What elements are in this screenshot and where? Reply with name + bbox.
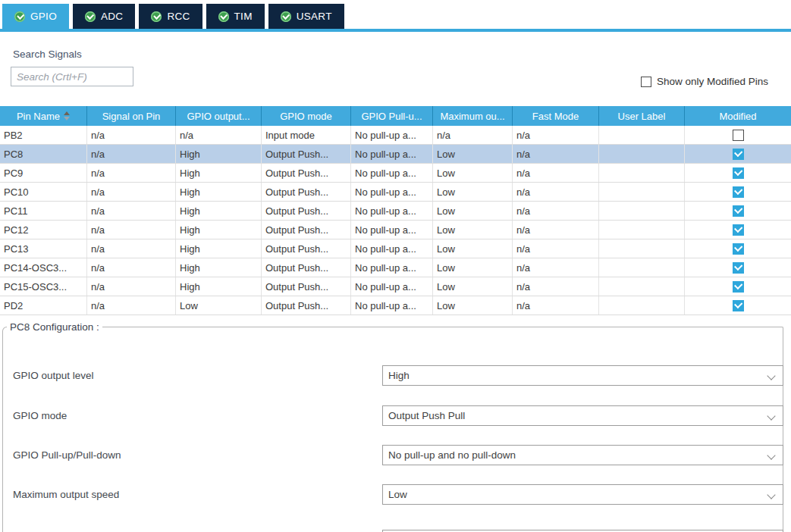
cell-signal: n/a <box>87 277 176 296</box>
cell-gpio-mode: Output Push... <box>262 258 351 277</box>
check-circle-icon <box>281 11 291 22</box>
modified-checkbox[interactable] <box>733 186 744 198</box>
table-row-pd2[interactable]: PD2 n/a Low Output Push... No pull-up a.… <box>0 296 791 315</box>
pc8-configuration-group: PC8 Configuration : GPIO output level Hi… <box>2 321 783 532</box>
show-only-modified-checkbox[interactable]: Show only Modified Pins <box>641 76 768 87</box>
cell-modified <box>685 164 791 182</box>
column-header-gpio-output[interactable]: GPIO output... <box>176 106 262 126</box>
max-output-speed-select[interactable]: Low <box>382 484 783 505</box>
table-row-pc13[interactable]: PC13 n/a High Output Push... No pull-up … <box>0 239 791 258</box>
cell-modified <box>685 202 791 220</box>
cell-pull: No pull-up a... <box>351 126 433 144</box>
tab-adc[interactable]: ADC <box>73 4 135 29</box>
gpio-pull-select[interactable]: No pull-up and no pull-down <box>382 445 783 465</box>
cell-output-level: High <box>176 202 262 220</box>
table-row-pc14[interactable]: PC14-OSC3... n/a High Output Push... No … <box>0 258 791 277</box>
cell-user-label <box>599 126 685 144</box>
cell-speed: n/a <box>433 126 513 144</box>
cell-gpio-mode: Output Push... <box>262 183 351 201</box>
column-header-max-output[interactable]: Maximum ou... <box>433 106 513 126</box>
cell-fast-mode: n/a <box>513 258 599 277</box>
cell-user-label <box>599 202 685 220</box>
column-header-gpio-pull[interactable]: GPIO Pull-u... <box>351 106 433 126</box>
cell-user-label <box>599 296 685 315</box>
field-gpio-output-level: GPIO output level High <box>3 365 783 386</box>
cell-output-level: High <box>176 183 262 201</box>
cell-pin-name: PC15-OSC3... <box>0 277 87 296</box>
select-value: High <box>388 370 410 381</box>
tab-underline <box>0 29 791 32</box>
select-value: Output Push Pull <box>388 410 465 421</box>
modified-checkbox[interactable] <box>733 167 744 179</box>
cell-pull: No pull-up a... <box>351 202 433 220</box>
modified-checkbox[interactable] <box>733 130 744 141</box>
field-gpio-mode: GPIO mode Output Push Pull <box>3 405 783 426</box>
field-gpio-pull: GPIO Pull-up/Pull-down No pull-up and no… <box>3 445 783 465</box>
column-header-pin-name[interactable]: Pin Name <box>0 106 87 126</box>
tab-label: GPIO <box>30 11 57 22</box>
cell-output-level: High <box>176 258 262 277</box>
checkbox-box[interactable] <box>641 77 651 87</box>
chevron-down-icon <box>768 452 775 459</box>
cell-speed: Low <box>433 277 513 296</box>
table-row-pc8[interactable]: PC8 n/a High Output Push... No pull-up a… <box>0 145 791 164</box>
peripheral-tabbar: GPIO ADC RCC TIM USART <box>2 4 344 29</box>
tab-label: TIM <box>234 11 253 22</box>
cell-output-level: High <box>176 145 262 163</box>
tab-label: USART <box>297 11 332 22</box>
cell-signal: n/a <box>87 126 176 144</box>
column-header-signal-on-pin[interactable]: Signal on Pin <box>87 106 176 126</box>
cell-pin-name: PC13 <box>0 239 87 258</box>
cell-fast-mode: n/a <box>513 183 599 201</box>
modified-checkbox[interactable] <box>733 149 744 160</box>
cell-modified <box>685 296 791 315</box>
cell-signal: n/a <box>87 258 176 277</box>
modified-checkbox[interactable] <box>733 243 744 255</box>
modified-checkbox[interactable] <box>733 224 744 236</box>
gpio-mode-select[interactable]: Output Push Pull <box>382 405 783 426</box>
tab-tim[interactable]: TIM <box>206 4 265 29</box>
gpio-configuration-panel: GPIO ADC RCC TIM USART Search Signals Sh… <box>0 0 791 532</box>
cell-speed: Low <box>433 145 513 163</box>
cell-output-level: Low <box>176 296 262 315</box>
gpio-output-level-select[interactable]: High <box>382 365 783 386</box>
tab-rcc[interactable]: RCC <box>139 4 202 29</box>
cell-pin-name: PC14-OSC3... <box>0 258 87 277</box>
cell-gpio-mode: Output Push... <box>262 296 351 315</box>
checkbox-label: Show only Modified Pins <box>657 76 768 87</box>
check-circle-icon <box>218 11 229 22</box>
table-row-pc9[interactable]: PC9 n/a High Output Push... No pull-up a… <box>0 164 791 183</box>
cell-output-level: High <box>176 277 262 296</box>
table-row-pb2[interactable]: PB2 n/a n/a Input mode No pull-up a... n… <box>0 126 791 145</box>
table-row-pc12[interactable]: PC12 n/a High Output Push... No pull-up … <box>0 221 791 239</box>
cell-pin-name: PC11 <box>0 202 87 220</box>
select-value: Low <box>388 489 407 500</box>
tab-usart[interactable]: USART <box>268 4 344 29</box>
modified-checkbox[interactable] <box>733 281 744 293</box>
cell-speed: Low <box>433 296 513 315</box>
cell-user-label <box>599 258 685 277</box>
cell-pin-name: PC10 <box>0 183 87 201</box>
column-header-gpio-mode[interactable]: GPIO mode <box>262 106 351 126</box>
cell-fast-mode: n/a <box>513 277 599 296</box>
column-header-modified[interactable]: Modified <box>685 106 791 126</box>
cell-pull: No pull-up a... <box>351 145 433 163</box>
table-row-pc15[interactable]: PC15-OSC3... n/a High Output Push... No … <box>0 277 791 296</box>
cell-pull: No pull-up a... <box>351 183 433 201</box>
table-row-pc10[interactable]: PC10 n/a High Output Push... No pull-up … <box>0 183 791 202</box>
cell-modified <box>685 221 791 239</box>
modified-checkbox[interactable] <box>733 300 744 311</box>
modified-checkbox[interactable] <box>733 262 744 274</box>
chevron-down-icon <box>768 413 775 420</box>
column-header-user-label[interactable]: User Label <box>599 106 685 126</box>
cell-gpio-mode: Input mode <box>262 126 351 144</box>
tab-gpio[interactable]: GPIO <box>2 4 69 29</box>
configuration-legend: PC8 Configuration : <box>7 321 102 333</box>
modified-checkbox[interactable] <box>733 205 744 217</box>
sort-icon[interactable] <box>64 111 70 120</box>
search-input[interactable] <box>11 67 133 86</box>
field-label: GPIO output level <box>13 365 94 386</box>
cell-gpio-mode: Output Push... <box>262 145 351 163</box>
table-row-pc11[interactable]: PC11 n/a High Output Push... No pull-up … <box>0 202 791 221</box>
column-header-fast-mode[interactable]: Fast Mode <box>513 106 599 126</box>
